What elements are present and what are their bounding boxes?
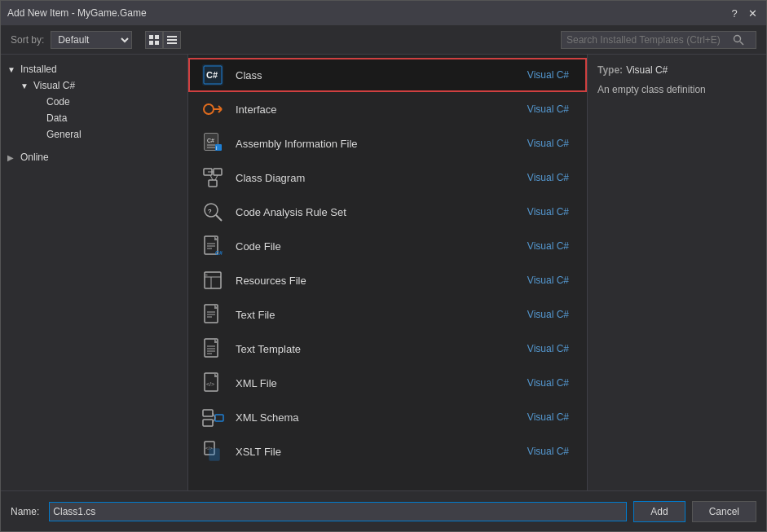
template-item-xml[interactable]: </> XML File Visual C#: [188, 366, 587, 400]
xmlschema-icon: [200, 404, 226, 430]
assembly-icon: C# i: [200, 130, 226, 156]
svg-rect-25: [209, 180, 217, 187]
texttemplate-icon: [200, 336, 226, 362]
toolbar: Sort by: Default: [1, 25, 766, 55]
assembly-name: Assembly Information File: [236, 138, 527, 150]
xslt-icon: </>: [200, 438, 226, 464]
svg-point-7: [734, 35, 741, 42]
search-box[interactable]: [561, 31, 756, 49]
svg-rect-1: [155, 35, 159, 39]
interface-name: Interface: [236, 103, 527, 116]
template-item-texttemplate[interactable]: Text Template Visual C#: [188, 332, 587, 366]
close-button[interactable]: ✕: [745, 6, 760, 20]
svg-line-28: [215, 175, 218, 180]
svg-rect-2: [149, 41, 153, 45]
svg-point-12: [204, 104, 214, 114]
installed-label: Installed: [20, 64, 57, 75]
svg-text:C#: C#: [206, 70, 218, 80]
title-controls: ? ✕: [727, 6, 760, 20]
svg-line-8: [740, 42, 743, 45]
interface-type: Visual C#: [527, 103, 569, 115]
template-item-analysis[interactable]: ? Code Analysis Rule Set Visual C#: [188, 195, 587, 229]
svg-rect-6: [167, 42, 177, 44]
resources-type: Visual C#: [527, 275, 569, 286]
name-input[interactable]: [49, 502, 627, 521]
template-item-xmlschema[interactable]: XML Schema Visual C#: [188, 400, 587, 434]
textfile-icon: [200, 301, 226, 328]
sort-label: Sort by:: [11, 34, 44, 46]
sidebar-item-general[interactable]: General: [1, 126, 187, 143]
cancel-button[interactable]: Cancel: [692, 501, 756, 522]
xslt-name: XSLT File: [236, 446, 527, 458]
class-name: Class: [236, 69, 527, 81]
sidebar-item-online[interactable]: ▶ Online: [1, 149, 187, 165]
dialog-title: Add New Item - MyGame.Game: [7, 7, 147, 19]
info-description: An empty class definition: [597, 82, 756, 97]
codefile-name: Code File: [236, 240, 527, 253]
type-line: Type: Visual C#: [597, 64, 756, 76]
grid-view-button[interactable]: [145, 31, 163, 49]
sidebar-item-code[interactable]: Code: [1, 94, 187, 110]
template-item-textfile[interactable]: Text File Visual C#: [188, 297, 587, 332]
interface-icon: [200, 96, 226, 122]
sidebar-item-installed[interactable]: ▼ Installed: [1, 61, 187, 77]
class-type: Visual C#: [527, 69, 569, 81]
template-item-codefile[interactable]: C# Code File Visual C#: [188, 229, 587, 263]
svg-rect-59: [215, 415, 223, 421]
sidebar-item-visual-csharp[interactable]: ▼ Visual C#: [1, 77, 187, 94]
xslt-type: Visual C#: [527, 446, 569, 457]
code-label: Code: [46, 96, 70, 108]
svg-line-27: [210, 175, 213, 180]
main-content: ▼ Installed ▼ Visual C# Code Data Genera…: [1, 55, 766, 490]
svg-text:C#: C#: [207, 138, 214, 143]
template-item-interface[interactable]: Interface Visual C#: [188, 92, 587, 126]
xml-type: Visual C#: [527, 377, 569, 389]
svg-rect-3: [155, 41, 159, 45]
resources-icon: ≡: [200, 267, 226, 293]
list-view-button[interactable]: [163, 31, 181, 49]
template-item-class[interactable]: C# Class Visual C#: [188, 58, 587, 92]
texttemplate-type: Visual C#: [527, 343, 569, 354]
svg-line-30: [216, 215, 222, 221]
sidebar-item-data[interactable]: Data: [1, 110, 187, 126]
diagram-icon: [200, 165, 226, 191]
view-toggle: [145, 31, 181, 49]
template-item-xslt[interactable]: </> XSLT File Visual C#: [188, 434, 587, 468]
online-label: Online: [20, 152, 49, 163]
bottom-area: Name: Add Cancel: [1, 490, 766, 531]
analysis-name: Code Analysis Rule Set: [236, 206, 527, 218]
assembly-type: Visual C#: [527, 138, 569, 149]
svg-text:?: ?: [208, 208, 212, 215]
template-item-resources[interactable]: ≡ Resources File Visual C#: [188, 263, 587, 297]
svg-text:</>: </>: [206, 381, 214, 387]
texttemplate-name: Text Template: [236, 343, 527, 355]
general-label: General: [46, 129, 82, 140]
name-label: Name:: [11, 506, 39, 517]
svg-rect-4: [167, 36, 177, 37]
help-button[interactable]: ?: [727, 6, 742, 20]
template-list: C# Class Visual C#: [188, 55, 587, 490]
sidebar: ▼ Installed ▼ Visual C# Code Data Genera…: [1, 55, 188, 490]
analysis-icon: ?: [200, 199, 226, 225]
resources-name: Resources File: [236, 275, 527, 287]
title-bar: Add New Item - MyGame.Game ? ✕: [1, 1, 766, 25]
bottom-buttons: Add Cancel: [633, 501, 756, 522]
search-input[interactable]: [566, 34, 730, 46]
info-panel: Type: Visual C# An empty class definitio…: [587, 55, 766, 490]
svg-rect-0: [149, 35, 153, 39]
svg-rect-5: [167, 39, 177, 41]
textfile-name: Text File: [236, 309, 527, 321]
textfile-type: Visual C#: [527, 309, 569, 320]
diagram-type: Visual C#: [527, 172, 569, 183]
add-button[interactable]: Add: [633, 501, 685, 522]
template-area: C# Class Visual C#: [188, 55, 587, 490]
codefile-icon: C#: [200, 233, 226, 259]
svg-rect-58: [203, 420, 213, 426]
analysis-type: Visual C#: [527, 206, 569, 218]
template-item-diagram[interactable]: Class Diagram Visual C#: [188, 160, 587, 195]
diagram-name: Class Diagram: [236, 172, 527, 184]
sort-select[interactable]: Default: [51, 31, 132, 49]
template-item-assembly[interactable]: C# i Assembly Information File Visual C#: [188, 126, 587, 160]
xmlschema-type: Visual C#: [527, 411, 569, 423]
visual-csharp-label: Visual C#: [33, 80, 75, 91]
